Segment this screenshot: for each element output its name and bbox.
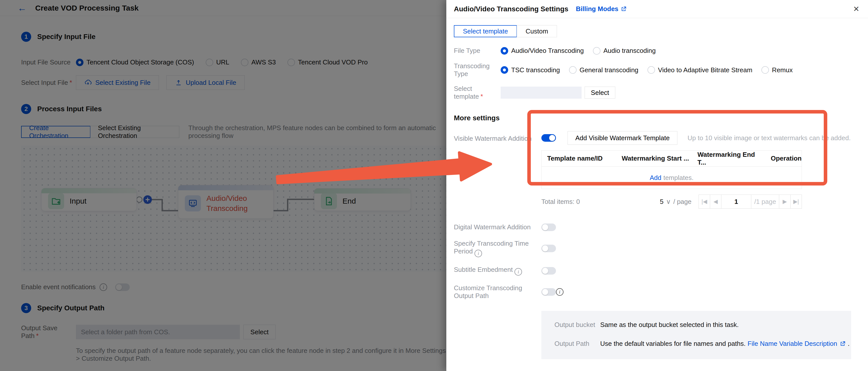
info-icon: i — [474, 250, 482, 257]
output-bucket-row: Output bucket Same as the output bucket … — [554, 321, 851, 329]
drawer-title: Audio/Video Transcoding Settings — [454, 5, 568, 13]
radio-tsc-transcoding[interactable]: TSC transcoding — [501, 66, 560, 74]
total-items-text: Total items: 0 — [541, 198, 580, 206]
file-type-label: File Type — [454, 47, 501, 55]
drawer-header: Audio/Video Transcoding Settings Billing… — [446, 0, 868, 18]
tab-custom[interactable]: Custom — [517, 25, 557, 37]
pager-next-button[interactable]: ▶ — [779, 195, 790, 209]
digital-watermark-row: Digital Watermark Addition — [454, 223, 868, 231]
close-icon[interactable]: ✕ — [853, 4, 860, 13]
pager-current-page[interactable]: 1 — [721, 195, 751, 209]
screen: ← Create VOD Processing Task 1 Specify I… — [0, 0, 868, 371]
output-path-label: Output Path — [554, 340, 600, 348]
customize-output-path-row: Customize Transcoding Output Path i — [454, 284, 868, 300]
time-period-toggle[interactable] — [541, 245, 556, 252]
radio-general-transcoding[interactable]: General transcoding — [569, 66, 639, 74]
template-mode-tabs: Select template Custom — [454, 25, 868, 37]
customize-output-path-toggle[interactable] — [541, 288, 556, 296]
radio-icon — [762, 66, 769, 74]
watermark-table-empty-row: Add templates. — [541, 167, 802, 189]
visible-watermark-toggle[interactable] — [541, 134, 556, 142]
output-bucket-label: Output bucket — [554, 321, 600, 329]
info-icon: i — [556, 288, 563, 296]
radio-audio-transcoding[interactable]: Audio transcoding — [593, 47, 656, 55]
output-info-panel: Output bucket Same as the output bucket … — [541, 311, 851, 359]
output-path-row: Output Path Use the default variables fo… — [554, 340, 851, 348]
more-settings-title: More settings — [454, 114, 868, 122]
watermark-pagination: Total items: 0 5 ∨ / page |◀ ◀ 1 /1 page… — [541, 195, 802, 209]
file-type-row: File Type Audio/Video Transcoding Audio … — [454, 47, 868, 55]
select-template-label: Select template — [454, 85, 479, 100]
info-icon: i — [515, 268, 522, 276]
output-path-value: Use the default variables for file names… — [600, 340, 746, 348]
digital-watermark-toggle[interactable] — [541, 224, 556, 231]
output-bucket-value: Same as the output bucket selected in th… — [600, 321, 739, 329]
template-input[interactable] — [501, 87, 582, 99]
radio-icon — [569, 66, 577, 74]
radio-icon — [593, 47, 600, 55]
external-link-icon — [620, 6, 627, 12]
add-templates-link[interactable]: Add — [650, 174, 661, 182]
file-name-variable-link[interactable]: File Name Variable Description — [748, 340, 837, 348]
required-mark: * — [480, 93, 483, 100]
col-watermarking-end: Watermarking End T... — [692, 151, 766, 166]
subtitle-embedment-toggle[interactable] — [541, 267, 556, 275]
radio-av-transcoding[interactable]: Audio/Video Transcoding — [501, 47, 584, 55]
pager-total-pages: /1 page — [751, 195, 779, 209]
pager-prev-button[interactable]: ◀ — [710, 195, 721, 209]
radio-icon — [648, 66, 655, 74]
time-period-row: Specify Transcoding Time Period i — [454, 239, 868, 257]
billing-modes-link[interactable]: Billing Modes — [576, 5, 627, 13]
chevron-down-icon: ∨ — [666, 198, 671, 206]
visible-watermark-hint: Up to 10 visible image or text watermark… — [687, 134, 851, 142]
add-visible-watermark-button[interactable]: Add Visible Watermark Template — [567, 131, 677, 145]
modal-dim-overlay[interactable] — [0, 0, 446, 371]
template-select-button[interactable]: Select — [585, 87, 615, 99]
radio-adaptive-bitrate[interactable]: Video to Adaptive Bitrate Stream — [648, 66, 752, 74]
col-template-name-id: Template name/ID — [541, 154, 616, 162]
watermark-table-header: Template name/ID Watermarking Start ... … — [541, 150, 802, 167]
subtitle-embedment-row: Subtitle Embedment i — [454, 266, 868, 276]
select-template-row: Select template* Select — [454, 85, 868, 101]
subtitle-embedment-label: Subtitle Embedment — [454, 266, 513, 273]
watermark-table: Template name/ID Watermarking Start ... … — [541, 150, 802, 189]
tab-select-template[interactable]: Select template — [454, 25, 517, 37]
transcoding-type-label: Transcoding Type — [454, 62, 501, 78]
external-link-icon — [839, 341, 846, 347]
pager-last-button[interactable]: ▶| — [790, 195, 802, 209]
customize-output-path-label: Customize Transcoding Output Path — [454, 284, 541, 300]
time-period-label: Specify Transcoding Time Period — [454, 239, 529, 255]
digital-watermark-label: Digital Watermark Addition — [454, 223, 541, 231]
radio-icon — [501, 47, 508, 55]
radio-icon — [501, 66, 508, 74]
radio-remux[interactable]: Remux — [762, 66, 793, 74]
transcoding-type-row: Transcoding Type TSC transcoding General… — [454, 62, 868, 78]
pager-first-button[interactable]: |◀ — [699, 195, 710, 209]
col-watermarking-start: Watermarking Start ... — [616, 154, 692, 162]
transcoding-settings-drawer: Audio/Video Transcoding Settings Billing… — [446, 0, 868, 371]
page-size-select[interactable]: 5 ∨ / page — [660, 198, 691, 206]
visible-watermark-label: Visible Watermark Addition — [454, 131, 541, 142]
col-operation: Operation — [765, 154, 802, 162]
visible-watermark-row: Visible Watermark Addition Add Visible W… — [454, 131, 868, 145]
